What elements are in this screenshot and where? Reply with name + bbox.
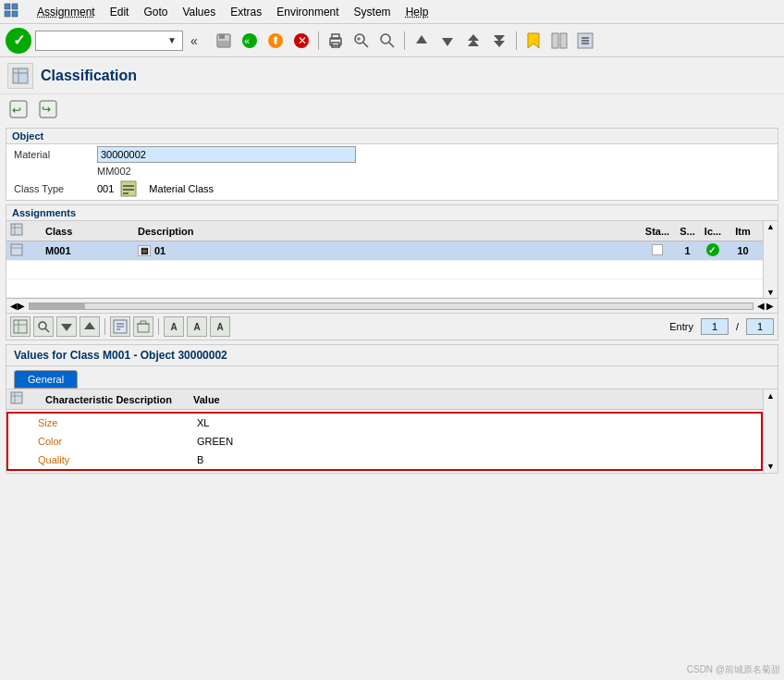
svg-rect-7 (218, 41, 229, 46)
bookmark-button[interactable] (522, 30, 545, 52)
entry-label: Entry (669, 321, 693, 332)
cancel-button[interactable]: ✕ (290, 30, 312, 52)
col-header-char: Characteristic Description (27, 394, 193, 405)
material-input[interactable] (97, 146, 356, 163)
char-vscroll-up[interactable]: ▲ (766, 391, 775, 401)
table-row-empty-1 (6, 261, 763, 279)
col-header-itm: Itm (727, 226, 759, 237)
move-bottom-button[interactable] (488, 30, 510, 52)
col-header-desc: Description (138, 226, 639, 237)
menu-help[interactable]: Help (406, 6, 429, 19)
values-section: Values for Class M001 - Object 30000002 … (6, 344, 778, 474)
find-next-button[interactable] (376, 30, 398, 52)
more-button[interactable] (574, 30, 596, 52)
svg-marker-59 (61, 324, 72, 331)
move-down-button[interactable] (436, 30, 459, 52)
svg-rect-0 (5, 4, 10, 9)
svg-rect-44 (123, 185, 134, 187)
layout-button[interactable] (548, 30, 570, 52)
char-vscroll-down[interactable]: ▼ (766, 462, 775, 471)
move-up-button[interactable] (410, 30, 433, 52)
watermark: CSDN @前城原名菊甜 (687, 663, 780, 676)
table-toolbar: A A A Entry / (6, 313, 778, 340)
hscroll-right[interactable]: ▶ (18, 301, 25, 311)
table-row[interactable]: M001 ▤ 01 1 ✓ 10 (6, 241, 763, 261)
svg-text:✕: ✕ (298, 34, 307, 47)
table-btn-1[interactable] (10, 316, 31, 337)
class-type-label: Class Type (14, 183, 97, 194)
class-type-icon-btn[interactable] (119, 179, 138, 198)
svg-text:⬆: ⬆ (271, 34, 280, 47)
print-button[interactable] (325, 30, 347, 52)
menu-assignment[interactable]: Assignment (37, 6, 95, 19)
hscroll-left[interactable]: ◀ (10, 301, 18, 311)
page-title: Classification (41, 68, 137, 84)
object-section: Object Material MM002 Class Type 001 Mat… (6, 128, 778, 201)
hscroll-end-left[interactable]: ◀ (757, 301, 765, 311)
menu-bar: Assignment Edit Goto Values Extras Envir… (0, 0, 784, 24)
svg-marker-25 (468, 34, 479, 41)
char-row-size[interactable]: Size XL (8, 414, 761, 432)
hscroll-bar: ◀ ▶ ◀ ▶ (6, 298, 778, 313)
cell-desc-text: 01 (154, 245, 165, 256)
char-value-size: XL (197, 417, 755, 428)
table-row-empty-2 (6, 279, 763, 298)
table-btn-down[interactable] (56, 316, 77, 337)
vscroll-down[interactable]: ▼ (766, 288, 775, 297)
nav-begin-button[interactable]: « (239, 30, 261, 52)
table-btn-find[interactable] (33, 316, 54, 337)
table-btn-b[interactable]: A (187, 316, 207, 337)
nav-up-button[interactable]: ⬆ (264, 30, 287, 52)
action-icon-2[interactable]: ↪ (37, 98, 59, 120)
dropdown-arrow-icon[interactable]: ▼ (165, 35, 178, 45)
tab-general[interactable]: General (14, 370, 78, 389)
menu-system[interactable]: System (354, 6, 391, 19)
char-table: Characteristic Description Value Size XL… (6, 389, 778, 473)
table-btn-delete[interactable] (133, 316, 153, 337)
table-btn-up[interactable] (80, 316, 100, 337)
menu-extras[interactable]: Extras (230, 6, 262, 19)
menu-edit[interactable]: Edit (110, 6, 129, 19)
material-label: Material (14, 149, 97, 160)
char-row-quality[interactable]: Quality B (8, 451, 761, 469)
move-top-button[interactable] (462, 30, 484, 52)
svg-rect-30 (552, 33, 558, 48)
object-section-header: Object (6, 129, 778, 144)
svg-text:«: « (244, 35, 250, 46)
vscroll-up[interactable]: ▲ (766, 222, 775, 231)
menu-goto[interactable]: Goto (143, 6, 167, 19)
command-input[interactable] (36, 35, 165, 46)
svg-marker-27 (494, 41, 505, 47)
svg-rect-65 (138, 324, 149, 332)
material-sub: MM002 (6, 165, 778, 178)
table-btn-details[interactable] (110, 316, 130, 337)
save-button[interactable] (213, 30, 235, 52)
hscroll-end-right[interactable]: ▶ (766, 301, 774, 311)
table-btn-c[interactable]: A (210, 316, 230, 337)
hscroll-thumb[interactable] (29, 303, 753, 310)
svg-marker-26 (468, 40, 479, 46)
action-icons-row: ↩ ↪ (0, 94, 784, 124)
find-button[interactable] (350, 30, 373, 52)
entry-current[interactable] (701, 318, 729, 335)
table-btn-a[interactable]: A (164, 316, 184, 337)
char-row-color[interactable]: Color GREEN (8, 432, 761, 451)
command-dropdown[interactable]: ▼ (35, 31, 183, 51)
char-table-header: Characteristic Description Value (6, 389, 763, 410)
char-value-color: GREEN (197, 436, 755, 447)
menu-values[interactable]: Values (182, 6, 215, 19)
class-type-value: 001 (97, 183, 114, 194)
back-button[interactable]: « (187, 30, 209, 52)
entry-total[interactable] (746, 318, 774, 335)
svg-marker-60 (84, 322, 95, 329)
cell-class: M001 (27, 245, 138, 256)
values-title: Values for Class M001 - Object 30000002 (6, 345, 778, 366)
action-icon-1[interactable]: ↩ (7, 98, 30, 120)
desc-icon: ▤ (138, 245, 151, 256)
confirm-button[interactable] (6, 28, 31, 54)
svg-point-57 (39, 322, 46, 329)
material-row: Material (6, 144, 778, 165)
svg-line-22 (389, 43, 394, 47)
menu-environment[interactable]: Environment (276, 6, 338, 19)
separator-1 (318, 31, 319, 50)
